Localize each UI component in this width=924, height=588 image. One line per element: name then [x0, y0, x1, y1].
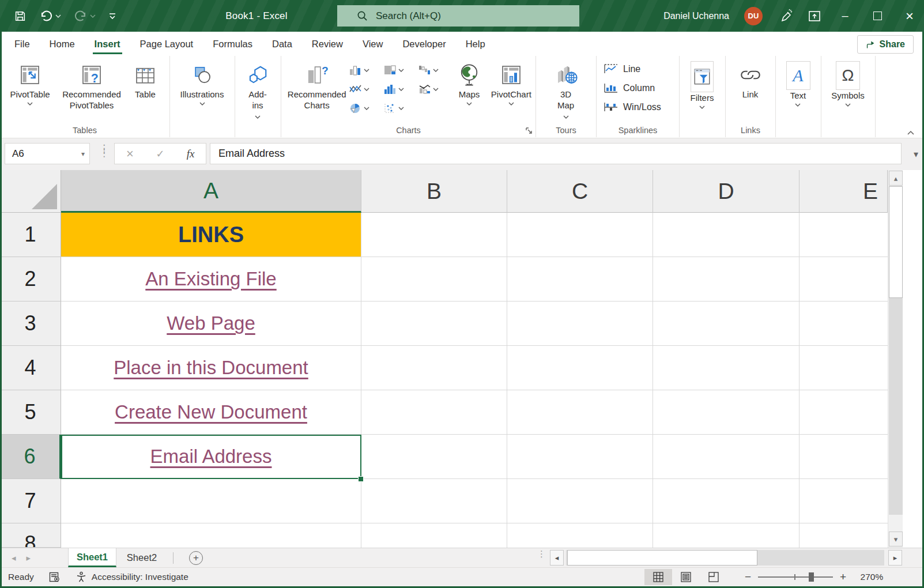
horizontal-scroll-thumb[interactable]	[567, 550, 757, 566]
cell-d2[interactable]	[653, 257, 799, 301]
add-ins-button[interactable]: Add-ins	[235, 56, 280, 120]
row-header-4[interactable]: 4	[0, 346, 61, 390]
scroll-up-button[interactable]: ▴	[889, 171, 903, 186]
sparkline-winloss-button[interactable]: Win/Loss	[604, 97, 679, 116]
cell-b1[interactable]	[361, 213, 507, 257]
filters-button[interactable]: Filters	[680, 56, 725, 120]
new-sheet-button[interactable]: +	[189, 551, 203, 565]
cell-e8[interactable]	[799, 523, 888, 548]
insert-statistic-chart-button[interactable]	[382, 80, 417, 99]
fill-handle[interactable]	[358, 476, 364, 482]
customize-quick-access-button[interactable]	[108, 13, 116, 20]
page-layout-view-button[interactable]	[672, 569, 700, 585]
cell-c2[interactable]	[507, 257, 653, 301]
user-name[interactable]: Daniel Uchenna	[663, 11, 729, 21]
zoom-slider-handle[interactable]	[809, 572, 814, 582]
cell-d5[interactable]	[653, 390, 799, 435]
tab-scroll-splitter[interactable]: ⋮	[537, 552, 546, 556]
cell-c1[interactable]	[507, 213, 653, 257]
maps-button[interactable]: Maps	[451, 56, 486, 120]
cell-e3[interactable]	[799, 301, 888, 346]
recommended-pivottables-button[interactable]: ? Recommended PivotTables	[56, 56, 127, 120]
charts-dialog-launcher-icon[interactable]	[525, 126, 533, 135]
cell-c7[interactable]	[507, 479, 653, 523]
row-header-1[interactable]: 1	[0, 213, 61, 257]
text-button[interactable]: A Text	[776, 56, 820, 120]
cell-a8[interactable]	[61, 523, 361, 548]
accessibility-status-button[interactable]: Accessibility: Investigate	[76, 571, 188, 583]
vertical-scroll-thumb[interactable]	[889, 186, 903, 298]
scroll-down-button[interactable]: ▾	[889, 532, 903, 546]
collapse-ribbon-button[interactable]	[907, 130, 915, 135]
cell-b7[interactable]	[361, 479, 507, 523]
scroll-right-button[interactable]: ▸	[888, 550, 902, 566]
tab-formulas[interactable]: Formulas	[203, 32, 262, 56]
formula-bar-splitter[interactable]: ⋮⋮	[99, 146, 109, 156]
avatar[interactable]: DU	[744, 7, 763, 25]
page-break-preview-button[interactable]	[700, 569, 727, 585]
sparkline-line-button[interactable]: Line	[604, 59, 679, 78]
cell-e2[interactable]	[799, 257, 888, 301]
tab-home[interactable]: Home	[40, 32, 85, 56]
cell-a4[interactable]: Place in this Document	[61, 346, 361, 390]
cell-b6[interactable]	[361, 435, 507, 479]
undo-button[interactable]	[39, 9, 61, 23]
sheet-tab-sheet2[interactable]: Sheet2	[116, 548, 167, 567]
name-box-dropdown-icon[interactable]: ▾	[81, 150, 85, 158]
horizontal-scroll-track[interactable]	[566, 550, 884, 566]
select-all-button[interactable]	[0, 170, 61, 213]
pivottable-button[interactable]: PivotTable	[3, 56, 56, 120]
cell-d1[interactable]	[653, 213, 799, 257]
cell-b5[interactable]	[361, 390, 507, 435]
tab-insert[interactable]: Insert	[85, 32, 130, 56]
row-header-2[interactable]: 2	[0, 257, 61, 301]
column-header-d[interactable]: D	[653, 170, 799, 213]
cell-d6[interactable]	[653, 435, 799, 479]
tab-view[interactable]: View	[353, 32, 393, 56]
sheet-nav-right-icon[interactable]: ▸	[27, 553, 31, 563]
search-input[interactable]: Search (Alt+Q)	[337, 5, 579, 27]
cell-c6[interactable]	[507, 435, 653, 479]
ribbon-display-options-icon[interactable]	[808, 9, 821, 23]
tab-data[interactable]: Data	[262, 32, 302, 56]
cell-a7[interactable]	[61, 479, 361, 523]
sheet-nav-left-icon[interactable]: ◂	[12, 553, 16, 563]
zoom-slider[interactable]	[758, 576, 833, 578]
expand-formula-bar-icon[interactable]: ▾	[914, 149, 918, 160]
cell-e4[interactable]	[799, 346, 888, 390]
row-header-6[interactable]: 6	[0, 435, 61, 479]
minimize-button[interactable]: –	[836, 0, 854, 32]
illustrations-button[interactable]: Illustrations	[170, 56, 234, 120]
three-d-map-button[interactable]: 3D Map	[536, 56, 595, 120]
enter-button[interactable]: ✓	[145, 148, 176, 160]
insert-hierarchy-chart-button[interactable]	[382, 61, 417, 80]
cell-d4[interactable]	[653, 346, 799, 390]
name-box[interactable]: A6 ▾	[5, 143, 90, 164]
cell-c3[interactable]	[507, 301, 653, 346]
cell-e5[interactable]	[799, 390, 888, 435]
save-button[interactable]	[14, 10, 27, 22]
normal-view-button[interactable]	[644, 569, 672, 585]
insert-pie-chart-button[interactable]	[348, 99, 382, 118]
zoom-in-button[interactable]: +	[840, 571, 846, 583]
redo-button[interactable]	[74, 9, 96, 23]
cell-e7[interactable]	[799, 479, 888, 523]
row-header-8[interactable]: 8	[0, 523, 61, 548]
row-header-5[interactable]: 5	[0, 390, 61, 435]
sheet-tab-sheet1[interactable]: Sheet1	[68, 548, 116, 567]
cell-c5[interactable]	[507, 390, 653, 435]
tab-file[interactable]: File	[5, 32, 40, 56]
insert-line-chart-button[interactable]	[348, 80, 382, 99]
vertical-scrollbar[interactable]: ▴ ▾	[888, 170, 903, 548]
cell-a1[interactable]: LINKS	[61, 213, 361, 257]
sparkline-column-button[interactable]: Column	[604, 78, 679, 97]
share-button[interactable]: Share	[857, 35, 914, 54]
scroll-left-button[interactable]: ◂	[550, 550, 564, 566]
column-header-c[interactable]: C	[507, 170, 653, 213]
insert-waterfall-chart-button[interactable]	[417, 61, 451, 80]
macro-record-button[interactable]	[49, 572, 61, 582]
cell-d3[interactable]	[653, 301, 799, 346]
row-header-7[interactable]: 7	[0, 479, 61, 523]
formula-input[interactable]: Email Address	[210, 143, 902, 164]
cell-c4[interactable]	[507, 346, 653, 390]
